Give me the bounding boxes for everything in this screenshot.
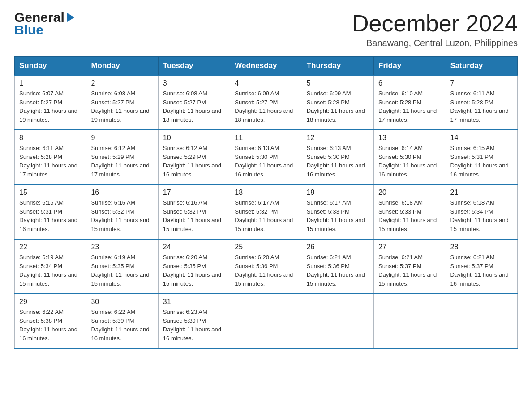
day-number: 27 <box>378 243 441 251</box>
day-number: 10 <box>163 134 225 142</box>
week-row-1: 1Sunrise: 6:07 AMSunset: 5:27 PMDaylight… <box>15 75 518 130</box>
day-info: Sunrise: 6:19 AMSunset: 5:35 PMDaylight:… <box>91 253 153 288</box>
calendar-cell: 5Sunrise: 6:09 AMSunset: 5:28 PMDaylight… <box>302 75 373 130</box>
day-info: Sunrise: 6:13 AMSunset: 5:30 PMDaylight:… <box>235 144 297 179</box>
calendar-cell: 13Sunrise: 6:14 AMSunset: 5:30 PMDayligh… <box>374 130 446 184</box>
day-number: 28 <box>450 243 513 251</box>
day-number: 9 <box>91 134 153 142</box>
day-number: 4 <box>235 79 297 87</box>
calendar-cell: 11Sunrise: 6:13 AMSunset: 5:30 PMDayligh… <box>230 130 302 184</box>
day-number: 3 <box>163 79 225 87</box>
day-number: 31 <box>163 298 225 306</box>
logo-arrow-icon <box>67 13 74 22</box>
day-info: Sunrise: 6:19 AMSunset: 5:34 PMDaylight:… <box>19 253 82 288</box>
day-info: Sunrise: 6:12 AMSunset: 5:29 PMDaylight:… <box>163 144 225 179</box>
calendar-cell: 8Sunrise: 6:11 AMSunset: 5:28 PMDaylight… <box>15 130 86 184</box>
week-row-2: 8Sunrise: 6:11 AMSunset: 5:28 PMDaylight… <box>15 130 518 184</box>
day-info: Sunrise: 6:21 AMSunset: 5:37 PMDaylight:… <box>450 253 513 288</box>
calendar-cell: 2Sunrise: 6:08 AMSunset: 5:27 PMDaylight… <box>86 75 158 130</box>
day-number: 25 <box>235 243 297 251</box>
day-info: Sunrise: 6:08 AMSunset: 5:27 PMDaylight:… <box>163 89 225 124</box>
weekday-header-monday: Monday <box>86 57 158 76</box>
day-number: 12 <box>307 134 369 142</box>
calendar-cell: 12Sunrise: 6:13 AMSunset: 5:30 PMDayligh… <box>302 130 373 184</box>
day-number: 7 <box>450 79 513 87</box>
day-info: Sunrise: 6:15 AMSunset: 5:31 PMDaylight:… <box>450 144 513 179</box>
day-info: Sunrise: 6:21 AMSunset: 5:36 PMDaylight:… <box>307 253 369 288</box>
title-block: December 2024 Banawang, Central Luzon, P… <box>352 11 518 48</box>
day-number: 1 <box>19 79 82 87</box>
calendar-cell <box>302 294 373 348</box>
day-info: Sunrise: 6:14 AMSunset: 5:30 PMDaylight:… <box>378 144 441 179</box>
weekday-header-sunday: Sunday <box>15 57 86 76</box>
calendar-cell: 20Sunrise: 6:18 AMSunset: 5:33 PMDayligh… <box>374 184 446 239</box>
day-number: 29 <box>19 298 82 306</box>
calendar-cell: 16Sunrise: 6:16 AMSunset: 5:32 PMDayligh… <box>86 184 158 239</box>
weekday-header-wednesday: Wednesday <box>230 57 302 76</box>
calendar-cell: 27Sunrise: 6:21 AMSunset: 5:37 PMDayligh… <box>374 239 446 294</box>
day-number: 8 <box>19 134 82 142</box>
logo-blue-text: Blue <box>14 23 43 37</box>
day-info: Sunrise: 6:09 AMSunset: 5:27 PMDaylight:… <box>235 89 297 124</box>
day-info: Sunrise: 6:11 AMSunset: 5:28 PMDaylight:… <box>450 89 513 124</box>
day-info: Sunrise: 6:13 AMSunset: 5:30 PMDaylight:… <box>307 144 369 179</box>
day-number: 20 <box>378 188 441 197</box>
day-info: Sunrise: 6:08 AMSunset: 5:27 PMDaylight:… <box>91 89 153 124</box>
day-info: Sunrise: 6:15 AMSunset: 5:31 PMDaylight:… <box>19 198 82 233</box>
logo: General Blue <box>14 11 74 37</box>
calendar-table: SundayMondayTuesdayWednesdayThursdayFrid… <box>14 56 518 349</box>
calendar-cell: 25Sunrise: 6:20 AMSunset: 5:36 PMDayligh… <box>230 239 302 294</box>
day-number: 23 <box>91 243 153 251</box>
calendar-cell: 31Sunrise: 6:23 AMSunset: 5:39 PMDayligh… <box>158 294 230 348</box>
day-info: Sunrise: 6:17 AMSunset: 5:32 PMDaylight:… <box>235 198 297 233</box>
weekday-header-saturday: Saturday <box>446 57 517 76</box>
calendar-cell <box>230 294 302 348</box>
calendar-cell: 14Sunrise: 6:15 AMSunset: 5:31 PMDayligh… <box>446 130 517 184</box>
month-year-title: December 2024 <box>352 11 518 36</box>
week-row-3: 15Sunrise: 6:15 AMSunset: 5:31 PMDayligh… <box>15 184 518 239</box>
day-number: 17 <box>163 188 225 197</box>
day-number: 15 <box>19 188 82 197</box>
day-number: 5 <box>307 79 369 87</box>
calendar-cell: 28Sunrise: 6:21 AMSunset: 5:37 PMDayligh… <box>446 239 517 294</box>
calendar-cell <box>446 294 517 348</box>
day-number: 21 <box>450 188 513 197</box>
calendar-cell: 19Sunrise: 6:17 AMSunset: 5:33 PMDayligh… <box>302 184 373 239</box>
day-info: Sunrise: 6:22 AMSunset: 5:39 PMDaylight:… <box>91 308 153 342</box>
weekday-header-friday: Friday <box>374 57 446 76</box>
calendar-cell: 6Sunrise: 6:10 AMSunset: 5:28 PMDaylight… <box>374 75 446 130</box>
calendar-cell: 21Sunrise: 6:18 AMSunset: 5:34 PMDayligh… <box>446 184 517 239</box>
calendar-cell: 9Sunrise: 6:12 AMSunset: 5:29 PMDaylight… <box>86 130 158 184</box>
day-number: 16 <box>91 188 153 197</box>
calendar-cell: 10Sunrise: 6:12 AMSunset: 5:29 PMDayligh… <box>158 130 230 184</box>
day-number: 2 <box>91 79 153 87</box>
day-number: 6 <box>378 79 441 87</box>
calendar-cell: 22Sunrise: 6:19 AMSunset: 5:34 PMDayligh… <box>15 239 86 294</box>
day-info: Sunrise: 6:07 AMSunset: 5:27 PMDaylight:… <box>19 89 82 124</box>
week-row-5: 29Sunrise: 6:22 AMSunset: 5:38 PMDayligh… <box>15 294 518 348</box>
calendar-cell: 7Sunrise: 6:11 AMSunset: 5:28 PMDaylight… <box>446 75 517 130</box>
calendar-cell: 15Sunrise: 6:15 AMSunset: 5:31 PMDayligh… <box>15 184 86 239</box>
day-info: Sunrise: 6:09 AMSunset: 5:28 PMDaylight:… <box>307 89 369 124</box>
day-number: 11 <box>235 134 297 142</box>
location-subtitle: Banawang, Central Luzon, Philippines <box>352 38 518 48</box>
calendar-cell: 24Sunrise: 6:20 AMSunset: 5:35 PMDayligh… <box>158 239 230 294</box>
day-number: 22 <box>19 243 82 251</box>
day-number: 19 <box>307 188 369 197</box>
calendar-cell: 1Sunrise: 6:07 AMSunset: 5:27 PMDaylight… <box>15 75 86 130</box>
calendar-cell: 4Sunrise: 6:09 AMSunset: 5:27 PMDaylight… <box>230 75 302 130</box>
day-info: Sunrise: 6:22 AMSunset: 5:38 PMDaylight:… <box>19 308 82 342</box>
day-number: 18 <box>235 188 297 197</box>
weekday-header-thursday: Thursday <box>302 57 373 76</box>
day-number: 24 <box>163 243 225 251</box>
week-row-4: 22Sunrise: 6:19 AMSunset: 5:34 PMDayligh… <box>15 239 518 294</box>
day-number: 13 <box>378 134 441 142</box>
page-header: General Blue December 2024 Banawang, Cen… <box>14 11 518 48</box>
calendar-cell: 23Sunrise: 6:19 AMSunset: 5:35 PMDayligh… <box>86 239 158 294</box>
calendar-cell: 18Sunrise: 6:17 AMSunset: 5:32 PMDayligh… <box>230 184 302 239</box>
day-info: Sunrise: 6:11 AMSunset: 5:28 PMDaylight:… <box>19 144 82 179</box>
calendar-cell: 3Sunrise: 6:08 AMSunset: 5:27 PMDaylight… <box>158 75 230 130</box>
day-info: Sunrise: 6:16 AMSunset: 5:32 PMDaylight:… <box>163 198 225 233</box>
day-info: Sunrise: 6:20 AMSunset: 5:35 PMDaylight:… <box>163 253 225 288</box>
day-number: 26 <box>307 243 369 251</box>
